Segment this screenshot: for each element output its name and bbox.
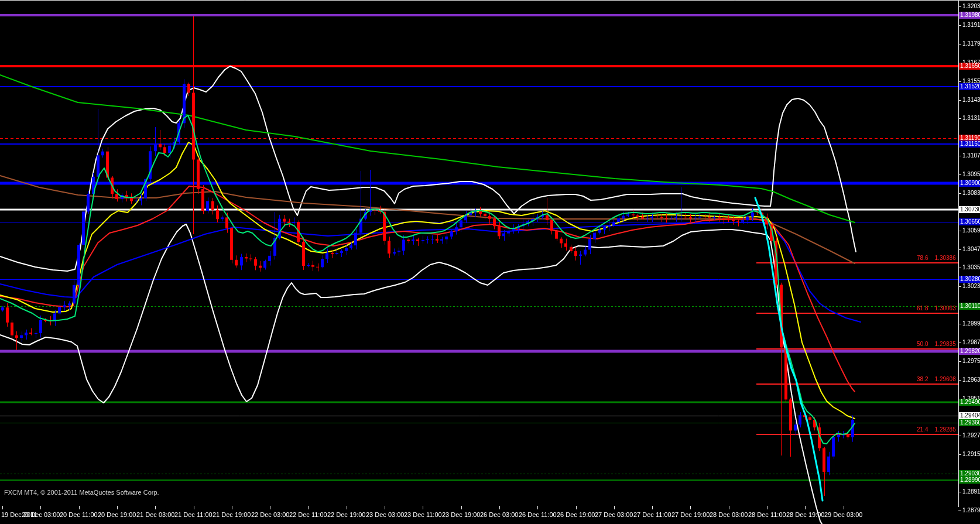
price-level-tag: 1.29490 xyxy=(959,399,980,406)
time-tick-label: 23 Dec 03:00 xyxy=(366,511,404,518)
time-tick-label: 22 Dec 11:00 xyxy=(289,511,327,518)
price-level-tag: 1.29360 xyxy=(959,419,980,426)
price-level-tag: 1.30730 xyxy=(959,206,980,213)
price-level-tag: 1.31520 xyxy=(959,83,980,90)
fib-level-label: 50.0 1.29835 xyxy=(917,341,956,347)
price-tick-label: 1.30355 xyxy=(962,264,980,271)
time-tick-label: 21 Dec 11:00 xyxy=(174,511,213,518)
price-tick-label: 1.29875 xyxy=(962,339,980,346)
price-level-tag: 1.29404 xyxy=(959,412,980,419)
price-tick-label: 1.31795 xyxy=(962,40,980,47)
price-level-tag: 1.28990 xyxy=(959,477,980,484)
fib-level-label: 21.4 1.29285 xyxy=(917,426,956,433)
price-level-tag: 1.31980 xyxy=(959,12,980,19)
price-tick-label: 1.31075 xyxy=(962,152,980,159)
price-tick-label: 1.30235 xyxy=(962,283,980,290)
time-tick-label: 26 Dec 11:00 xyxy=(519,511,557,518)
price-level-tag: 1.30110 xyxy=(959,303,980,310)
time-tick-label: 29 Dec 03:00 xyxy=(824,511,862,518)
price-tick-label: 1.29155 xyxy=(962,451,980,458)
price-level-tag: 1.29820 xyxy=(959,348,980,355)
price-tick-label: 1.28915 xyxy=(962,488,980,495)
price-tick-label: 1.29635 xyxy=(962,376,980,383)
price-tick-label: 1.31915 xyxy=(962,22,980,29)
price-tick-label: 1.29755 xyxy=(962,358,980,365)
time-tick-label: 27 Dec 03:00 xyxy=(595,511,633,518)
time-tick-label: 21 Dec 03:00 xyxy=(136,511,174,518)
price-level-tag: 1.30280 xyxy=(959,276,980,283)
time-tick-label: 27 Dec 11:00 xyxy=(633,511,671,518)
fib-level-label: 78.6 1.30386 xyxy=(917,255,956,261)
price-tick-label: 1.30835 xyxy=(962,190,980,197)
price-tick-label: 1.30595 xyxy=(962,227,980,234)
time-tick-label: 28 Dec 03:00 xyxy=(710,511,748,518)
time-tick-label: 22 Dec 19:00 xyxy=(327,511,365,518)
time-tick-label: 21 Dec 19:00 xyxy=(213,511,251,518)
time-tick-label: 26 Dec 03:00 xyxy=(480,511,518,518)
price-chart-canvas[interactable] xyxy=(0,0,980,524)
time-tick-label: 22 Dec 03:00 xyxy=(251,511,289,518)
price-level-tag: 1.31150 xyxy=(959,141,980,148)
price-level-tag: 1.31650 xyxy=(959,63,980,70)
price-tick-label: 1.30955 xyxy=(962,171,980,178)
price-tick-label: 1.29995 xyxy=(962,320,980,327)
time-tick-label: 28 Dec 19:00 xyxy=(786,511,824,518)
time-tick-label: 23 Dec 19:00 xyxy=(442,511,480,518)
copyright-text: FXCM MT4, © 2001-2011 MetaQuotes Softwar… xyxy=(4,489,159,496)
price-tick-label: 1.31315 xyxy=(962,115,980,122)
price-tick-label: 1.28795 xyxy=(962,507,980,514)
price-tick-label: 1.32035 xyxy=(962,3,980,10)
time-tick-label: 20 Dec 11:00 xyxy=(60,511,98,518)
mt4-chart-window: FXCM MT4, © 2001-2011 MetaQuotes Softwar… xyxy=(0,0,980,524)
price-tick-label: 1.30475 xyxy=(962,246,980,253)
fib-level-label: 38.2 1.29608 xyxy=(917,376,956,382)
time-tick-label: 20 Dec 19:00 xyxy=(98,511,136,518)
time-tick-label: 28 Dec 11:00 xyxy=(748,511,786,518)
price-level-tag: 1.30900 xyxy=(959,180,980,187)
fib-level-label: 61.8 1.30063 xyxy=(917,305,956,311)
price-tick-label: 1.29275 xyxy=(962,432,980,439)
time-tick-label: 26 Dec 19:00 xyxy=(557,511,595,518)
time-tick-label: 23 Dec 11:00 xyxy=(404,511,442,518)
time-tick-label: 20 Dec 03:00 xyxy=(22,511,60,518)
price-tick-label: 1.31435 xyxy=(962,97,980,104)
price-level-tag: 1.30650 xyxy=(959,218,980,225)
time-tick-label: 27 Dec 19:00 xyxy=(671,511,710,518)
